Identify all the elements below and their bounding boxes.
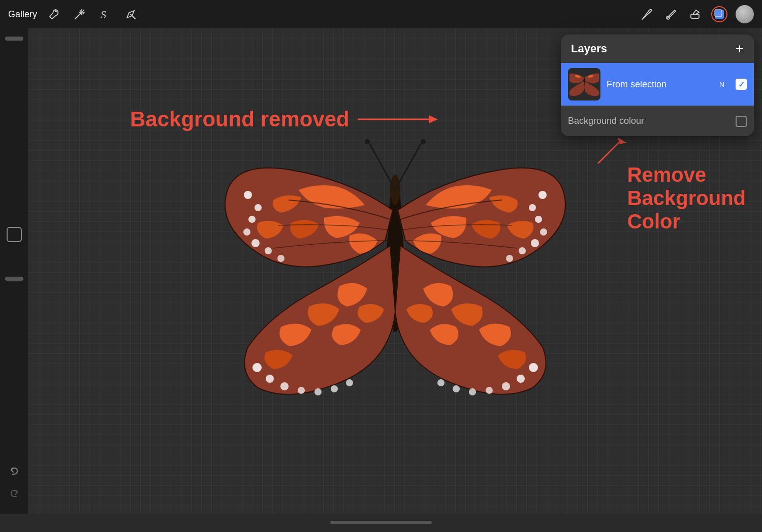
svg-line-7 xyxy=(83,13,84,14)
opacity-slider[interactable] xyxy=(5,277,23,281)
pen-tool-icon[interactable] xyxy=(638,6,654,22)
brush-tool-icon[interactable] xyxy=(662,6,679,22)
svg-line-9 xyxy=(83,11,84,12)
shape-tool[interactable] xyxy=(7,227,22,242)
layers-panel: Layers + From selection N Background col… xyxy=(561,35,754,136)
svg-rect-17 xyxy=(715,10,722,17)
gallery-button[interactable]: Gallery xyxy=(8,9,37,20)
bottom-scrollbar[interactable] xyxy=(330,521,432,524)
top-toolbar: Gallery S xyxy=(0,0,762,28)
background-colour-layer[interactable]: Background colour xyxy=(561,106,754,136)
from-selection-label: From selection xyxy=(607,79,713,90)
sidebar-bottom-controls xyxy=(5,463,23,508)
brush-size-slider[interactable] xyxy=(5,37,23,41)
svg-text:S: S xyxy=(101,8,106,21)
layers-panel-header: Layers + xyxy=(561,35,754,63)
selection-tool-icon[interactable] xyxy=(122,6,139,22)
redo-icon[interactable] xyxy=(5,485,23,504)
svg-rect-14 xyxy=(691,14,699,18)
layers-panel-title: Layers xyxy=(571,42,607,55)
layers-tool-icon[interactable] xyxy=(711,6,727,22)
svg-line-6 xyxy=(80,11,81,12)
from-selection-visibility-checkbox[interactable] xyxy=(736,79,747,90)
magic-wand-icon[interactable] xyxy=(72,6,88,22)
add-layer-button[interactable]: + xyxy=(736,42,744,56)
undo-icon[interactable] xyxy=(5,463,23,481)
color-avatar[interactable] xyxy=(736,5,754,23)
toolbar-left: Gallery S xyxy=(8,6,139,22)
background-colour-visibility-checkbox[interactable] xyxy=(736,116,747,127)
background-colour-label: Background colour xyxy=(568,116,729,126)
from-selection-mode: N xyxy=(719,80,724,88)
toolbar-right xyxy=(638,5,754,23)
smudge-tool-icon[interactable]: S xyxy=(97,6,113,22)
from-selection-layer[interactable]: From selection N xyxy=(561,63,754,106)
svg-point-0 xyxy=(55,10,57,12)
left-sidebar xyxy=(0,28,28,514)
wrench-icon[interactable] xyxy=(46,6,62,22)
eraser-tool-icon[interactable] xyxy=(687,6,703,22)
from-selection-thumbnail xyxy=(568,68,600,101)
